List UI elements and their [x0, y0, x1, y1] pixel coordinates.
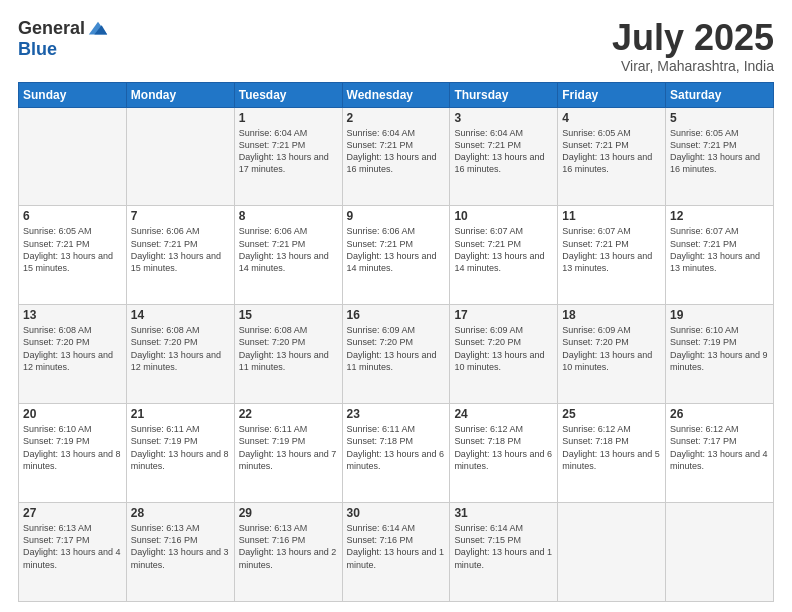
day-number: 31	[454, 506, 553, 520]
calendar-weekday-header: Thursday	[450, 82, 558, 107]
calendar-day-cell: 22Sunrise: 6:11 AMSunset: 7:19 PMDayligh…	[234, 404, 342, 503]
day-number: 23	[347, 407, 446, 421]
day-info: Sunrise: 6:08 AMSunset: 7:20 PMDaylight:…	[239, 324, 338, 373]
calendar-day-cell: 1Sunrise: 6:04 AMSunset: 7:21 PMDaylight…	[234, 107, 342, 206]
day-number: 7	[131, 209, 230, 223]
calendar-day-cell: 18Sunrise: 6:09 AMSunset: 7:20 PMDayligh…	[558, 305, 666, 404]
calendar-day-cell: 5Sunrise: 6:05 AMSunset: 7:21 PMDaylight…	[666, 107, 774, 206]
calendar-weekday-header: Tuesday	[234, 82, 342, 107]
day-info: Sunrise: 6:08 AMSunset: 7:20 PMDaylight:…	[23, 324, 122, 373]
day-number: 28	[131, 506, 230, 520]
day-info: Sunrise: 6:09 AMSunset: 7:20 PMDaylight:…	[454, 324, 553, 373]
day-info: Sunrise: 6:04 AMSunset: 7:21 PMDaylight:…	[454, 127, 553, 176]
calendar-weekday-header: Wednesday	[342, 82, 450, 107]
calendar-week-row: 1Sunrise: 6:04 AMSunset: 7:21 PMDaylight…	[19, 107, 774, 206]
logo-blue-text: Blue	[18, 40, 109, 60]
calendar-weekday-header: Friday	[558, 82, 666, 107]
calendar-day-cell: 8Sunrise: 6:06 AMSunset: 7:21 PMDaylight…	[234, 206, 342, 305]
month-year-title: July 2025	[612, 18, 774, 58]
title-section: July 2025 Virar, Maharashtra, India	[612, 18, 774, 74]
calendar-day-cell: 24Sunrise: 6:12 AMSunset: 7:18 PMDayligh…	[450, 404, 558, 503]
day-info: Sunrise: 6:09 AMSunset: 7:20 PMDaylight:…	[562, 324, 661, 373]
calendar-day-cell: 9Sunrise: 6:06 AMSunset: 7:21 PMDaylight…	[342, 206, 450, 305]
page: General Blue July 2025 Virar, Maharashtr…	[0, 0, 792, 612]
day-number: 19	[670, 308, 769, 322]
day-info: Sunrise: 6:14 AMSunset: 7:15 PMDaylight:…	[454, 522, 553, 571]
day-number: 16	[347, 308, 446, 322]
day-info: Sunrise: 6:08 AMSunset: 7:20 PMDaylight:…	[131, 324, 230, 373]
header: General Blue July 2025 Virar, Maharashtr…	[18, 18, 774, 74]
day-info: Sunrise: 6:05 AMSunset: 7:21 PMDaylight:…	[670, 127, 769, 176]
day-number: 29	[239, 506, 338, 520]
location-text: Virar, Maharashtra, India	[612, 58, 774, 74]
day-number: 9	[347, 209, 446, 223]
day-number: 12	[670, 209, 769, 223]
calendar-day-cell	[558, 503, 666, 602]
calendar-day-cell: 10Sunrise: 6:07 AMSunset: 7:21 PMDayligh…	[450, 206, 558, 305]
calendar-table: SundayMondayTuesdayWednesdayThursdayFrid…	[18, 82, 774, 602]
calendar-week-row: 13Sunrise: 6:08 AMSunset: 7:20 PMDayligh…	[19, 305, 774, 404]
day-info: Sunrise: 6:14 AMSunset: 7:16 PMDaylight:…	[347, 522, 446, 571]
day-info: Sunrise: 6:13 AMSunset: 7:16 PMDaylight:…	[239, 522, 338, 571]
calendar-day-cell: 11Sunrise: 6:07 AMSunset: 7:21 PMDayligh…	[558, 206, 666, 305]
calendar-day-cell: 16Sunrise: 6:09 AMSunset: 7:20 PMDayligh…	[342, 305, 450, 404]
logo-icon	[87, 18, 109, 40]
day-info: Sunrise: 6:05 AMSunset: 7:21 PMDaylight:…	[562, 127, 661, 176]
day-info: Sunrise: 6:10 AMSunset: 7:19 PMDaylight:…	[23, 423, 122, 472]
day-number: 10	[454, 209, 553, 223]
calendar-day-cell: 7Sunrise: 6:06 AMSunset: 7:21 PMDaylight…	[126, 206, 234, 305]
day-number: 15	[239, 308, 338, 322]
calendar-day-cell: 21Sunrise: 6:11 AMSunset: 7:19 PMDayligh…	[126, 404, 234, 503]
day-info: Sunrise: 6:07 AMSunset: 7:21 PMDaylight:…	[454, 225, 553, 274]
calendar-day-cell: 23Sunrise: 6:11 AMSunset: 7:18 PMDayligh…	[342, 404, 450, 503]
calendar-day-cell: 4Sunrise: 6:05 AMSunset: 7:21 PMDaylight…	[558, 107, 666, 206]
day-info: Sunrise: 6:11 AMSunset: 7:19 PMDaylight:…	[131, 423, 230, 472]
calendar-day-cell: 25Sunrise: 6:12 AMSunset: 7:18 PMDayligh…	[558, 404, 666, 503]
calendar-day-cell: 17Sunrise: 6:09 AMSunset: 7:20 PMDayligh…	[450, 305, 558, 404]
calendar-day-cell	[126, 107, 234, 206]
day-info: Sunrise: 6:13 AMSunset: 7:16 PMDaylight:…	[131, 522, 230, 571]
calendar-day-cell: 28Sunrise: 6:13 AMSunset: 7:16 PMDayligh…	[126, 503, 234, 602]
day-number: 13	[23, 308, 122, 322]
day-number: 17	[454, 308, 553, 322]
calendar-week-row: 27Sunrise: 6:13 AMSunset: 7:17 PMDayligh…	[19, 503, 774, 602]
day-info: Sunrise: 6:13 AMSunset: 7:17 PMDaylight:…	[23, 522, 122, 571]
calendar-day-cell: 26Sunrise: 6:12 AMSunset: 7:17 PMDayligh…	[666, 404, 774, 503]
calendar-day-cell: 15Sunrise: 6:08 AMSunset: 7:20 PMDayligh…	[234, 305, 342, 404]
day-info: Sunrise: 6:06 AMSunset: 7:21 PMDaylight:…	[347, 225, 446, 274]
day-number: 27	[23, 506, 122, 520]
day-number: 11	[562, 209, 661, 223]
logo: General Blue	[18, 18, 109, 60]
day-info: Sunrise: 6:11 AMSunset: 7:18 PMDaylight:…	[347, 423, 446, 472]
day-number: 20	[23, 407, 122, 421]
calendar-day-cell: 31Sunrise: 6:14 AMSunset: 7:15 PMDayligh…	[450, 503, 558, 602]
logo-general-text: General	[18, 19, 85, 39]
calendar-day-cell: 27Sunrise: 6:13 AMSunset: 7:17 PMDayligh…	[19, 503, 127, 602]
calendar-day-cell: 29Sunrise: 6:13 AMSunset: 7:16 PMDayligh…	[234, 503, 342, 602]
day-number: 1	[239, 111, 338, 125]
calendar-day-cell: 2Sunrise: 6:04 AMSunset: 7:21 PMDaylight…	[342, 107, 450, 206]
calendar-day-cell: 20Sunrise: 6:10 AMSunset: 7:19 PMDayligh…	[19, 404, 127, 503]
day-number: 18	[562, 308, 661, 322]
day-info: Sunrise: 6:10 AMSunset: 7:19 PMDaylight:…	[670, 324, 769, 373]
calendar-day-cell: 19Sunrise: 6:10 AMSunset: 7:19 PMDayligh…	[666, 305, 774, 404]
day-number: 3	[454, 111, 553, 125]
day-info: Sunrise: 6:07 AMSunset: 7:21 PMDaylight:…	[670, 225, 769, 274]
day-info: Sunrise: 6:07 AMSunset: 7:21 PMDaylight:…	[562, 225, 661, 274]
calendar-day-cell: 3Sunrise: 6:04 AMSunset: 7:21 PMDaylight…	[450, 107, 558, 206]
day-number: 25	[562, 407, 661, 421]
day-number: 24	[454, 407, 553, 421]
calendar-week-row: 6Sunrise: 6:05 AMSunset: 7:21 PMDaylight…	[19, 206, 774, 305]
day-info: Sunrise: 6:12 AMSunset: 7:17 PMDaylight:…	[670, 423, 769, 472]
day-number: 30	[347, 506, 446, 520]
day-number: 6	[23, 209, 122, 223]
calendar-weekday-header: Sunday	[19, 82, 127, 107]
day-number: 26	[670, 407, 769, 421]
day-info: Sunrise: 6:04 AMSunset: 7:21 PMDaylight:…	[347, 127, 446, 176]
calendar-weekday-header: Saturday	[666, 82, 774, 107]
calendar-weekday-header: Monday	[126, 82, 234, 107]
day-info: Sunrise: 6:09 AMSunset: 7:20 PMDaylight:…	[347, 324, 446, 373]
calendar-day-cell: 30Sunrise: 6:14 AMSunset: 7:16 PMDayligh…	[342, 503, 450, 602]
calendar-week-row: 20Sunrise: 6:10 AMSunset: 7:19 PMDayligh…	[19, 404, 774, 503]
day-number: 14	[131, 308, 230, 322]
